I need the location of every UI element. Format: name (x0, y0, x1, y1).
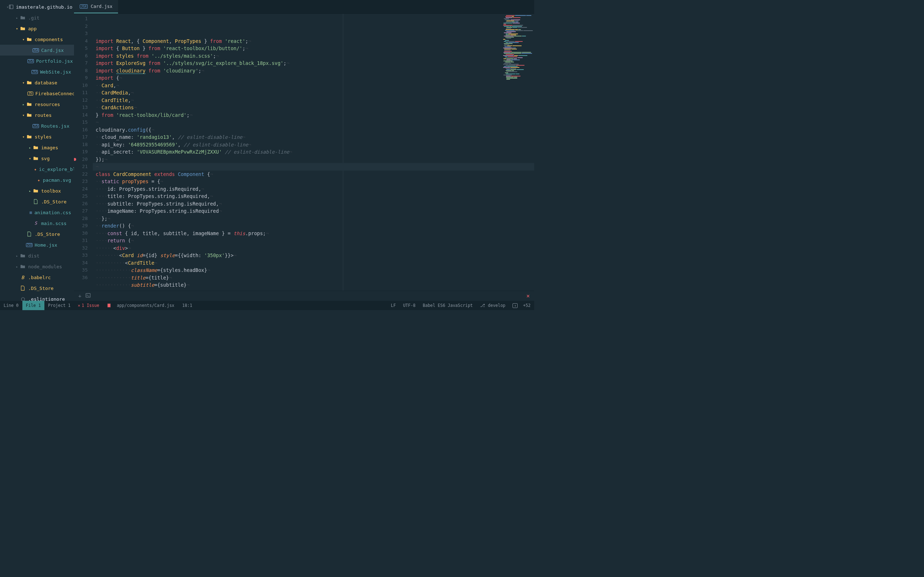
tree-item-label: components (35, 37, 63, 42)
chevron-right-icon: ▸ (15, 16, 19, 20)
code-line-26: ··render() {¬ (93, 222, 534, 230)
status-line[interactable]: Line 0 (0, 301, 23, 310)
add-panel-button[interactable]: + (78, 293, 81, 299)
code-area[interactable]: 1234567891011121314151617181920212223242… (74, 14, 534, 291)
minimap[interactable] (502, 14, 534, 86)
code-line-34: ············subtitle={subtitle}¬ (93, 281, 534, 289)
tree-item-label: toolbox (41, 188, 61, 193)
tree-item-label: node_modules (28, 264, 62, 269)
tree-item-label: .git (28, 15, 39, 21)
tree-item-components[interactable]: ▾components (0, 34, 74, 45)
tree-item-pacman-svg[interactable]: ✦pacman.svg (0, 174, 74, 185)
tree-item-node-modules[interactable]: ▸node_modules (0, 261, 74, 272)
file-icon (26, 80, 32, 85)
tree-item--ds-store[interactable]: .DS_Store (0, 229, 74, 239)
status-line-ending[interactable]: LF (387, 303, 399, 308)
file-icon (26, 102, 32, 107)
chevron-down-icon: ▾ (15, 27, 19, 31)
code-line-10: ··CardActions¬ (93, 104, 534, 111)
file-icon: ✦ (37, 177, 41, 183)
file-icon (26, 232, 32, 237)
code-line-22: ····title: PropTypes.string.isRequired,¬ (93, 193, 534, 200)
tab-card-jsx[interactable]: JSX Card.jsx (74, 0, 118, 13)
project-root[interactable]: ▾ imasterale.github.io (0, 2, 74, 12)
tree-item-label: svg (41, 156, 50, 161)
tree-item-label: app (28, 26, 36, 31)
tree-item-routes-jsx[interactable]: JSXRoutes.jsx (0, 121, 74, 131)
status-encoding[interactable]: UTF-8 (399, 303, 419, 308)
status-project[interactable]: Project 1 (44, 301, 74, 310)
tree-item-resources[interactable]: ▸resources (0, 99, 74, 110)
tree-item--git[interactable]: ▸.git (0, 12, 74, 23)
tree-item-app[interactable]: ▾app (0, 23, 74, 34)
terminal-button[interactable] (86, 293, 90, 299)
status-filepath[interactable]: app/components/Card.jsx 18:1 (103, 301, 196, 310)
tree-item--babelrc[interactable]: B.babelrc (0, 272, 74, 283)
tree-item-toolbox[interactable]: ▸toolbox (0, 185, 74, 196)
code-line-2: import { Button } from 'react-toolbox/li… (93, 45, 534, 52)
tree-item-animation-css[interactable]: ≡animation.css (0, 207, 74, 218)
tree-item-portfolio-jsx[interactable]: JSXPortfolio.jsx (0, 56, 74, 66)
tree-item-label: routes (35, 113, 52, 118)
code-content[interactable]: import React, { Component, PropTypes } f… (93, 14, 534, 291)
code-line-11: } from 'react-toolbox/lib/card';¬ (93, 111, 534, 119)
code-line-32: ············className={styles.headBox}¬ (93, 266, 534, 274)
file-icon: ⬡ (19, 297, 26, 301)
tree-item-website-jsx[interactable]: JSXWebSite.jsx (0, 66, 74, 77)
tree-item-dist[interactable]: ▸dist (0, 250, 74, 261)
tree-item-firebaseconnec[interactable]: JSFirebaseConnec (0, 88, 74, 99)
chevron-right-icon: ▸ (27, 189, 32, 193)
file-icon: JSX (27, 59, 34, 63)
chevron-down-icon: ▾ (21, 81, 26, 85)
tree-item-svg[interactable]: ▾svg (0, 153, 74, 164)
code-line-17: });¬ (93, 156, 534, 163)
file-icon: ✦ (34, 167, 37, 172)
code-line-33: ············title={title}¬ (93, 274, 534, 282)
tree-item--ds-store[interactable]: .DS_Store (0, 283, 74, 293)
tree-item-main-scss[interactable]: Smain.scss (0, 218, 74, 229)
tab-bar[interactable]: JSX Card.jsx (74, 0, 534, 14)
tree-item-database[interactable]: ▾database (0, 77, 74, 88)
line-number-gutter[interactable]: 1234567891011121314151617181920212223242… (74, 14, 93, 291)
tree-item-label: FirebaseConnec (36, 91, 74, 96)
file-icon: B (19, 275, 26, 280)
tree-item-label: Home.jsx (35, 242, 57, 248)
code-line-21: ····id: PropTypes.string.isRequired,¬ (93, 185, 534, 193)
tree-item-label: .eslintignore (28, 297, 65, 301)
chevron-right-icon: ▸ (27, 146, 32, 150)
svg-rect-2 (86, 293, 90, 298)
tree-item--ds-store[interactable]: .DS_Store (0, 196, 74, 207)
code-line-25: ··};¬ (93, 215, 534, 222)
tree-item-card-jsx[interactable]: JSXCard.jsx (0, 45, 74, 56)
tree-item-label: ic_explore_bl (39, 167, 74, 172)
repo-icon (9, 4, 14, 10)
chevron-right-icon: ▸ (21, 102, 26, 106)
file-icon (32, 199, 39, 204)
file-icon (32, 156, 39, 161)
close-panel-button[interactable]: × (526, 292, 530, 299)
chevron-down-icon: ▾ (21, 135, 26, 139)
file-icon (26, 134, 32, 139)
tree-item-label: resources (35, 102, 60, 107)
status-git-sync[interactable]: ↑ +52 (509, 303, 534, 308)
tree-item--eslintignore[interactable]: ⬡.eslintignore (0, 293, 74, 301)
file-icon: JSX (32, 124, 39, 128)
tree-item-label: database (35, 80, 57, 85)
file-icon (19, 253, 26, 258)
tree-item-images[interactable]: ▸images (0, 142, 74, 153)
code-line-15: ··api_key: '648952955469569', // eslint-… (93, 141, 534, 148)
file-tree-sidebar[interactable]: ▾ imasterale.github.io ▸.git▾app▾compone… (0, 0, 74, 301)
status-file[interactable]: File 1 (23, 301, 45, 310)
code-line-12: ¬ (93, 119, 534, 126)
status-issues[interactable]: ✕ 1 Issue (74, 301, 102, 310)
status-language[interactable]: Babel ES6 JavaScript (419, 303, 476, 308)
code-line-14: ··cloud_name: 'randagio13', // eslint-di… (93, 134, 534, 141)
tree-item-styles[interactable]: ▾styles (0, 131, 74, 142)
tree-item-home-jsx[interactable]: JSXHome.jsx (0, 239, 74, 250)
code-line-30: ········<Card id={id} style={{width: '35… (93, 252, 534, 259)
status-git-branch[interactable]: develop (477, 303, 509, 308)
tree-item-routes[interactable]: ▾routes (0, 110, 74, 121)
file-icon (19, 285, 26, 291)
tree-item-ic-explore-bl[interactable]: ✦ic_explore_bl (0, 164, 74, 174)
chevron-right-icon: ▸ (15, 254, 19, 258)
